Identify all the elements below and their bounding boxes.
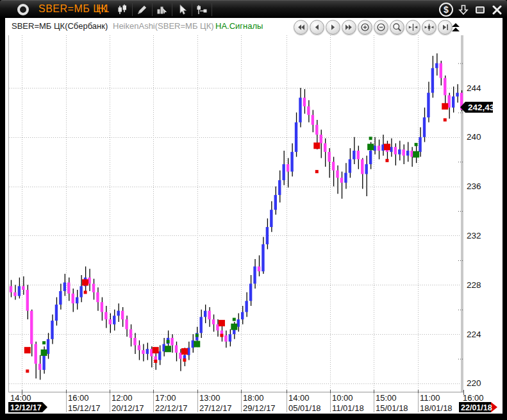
money-dollar-icon[interactable]: $ — [439, 3, 453, 17]
zoom-out-button[interactable] — [374, 20, 388, 35]
instrument-ring-icon — [17, 4, 29, 15]
scroll-fast-left-button[interactable] — [294, 20, 308, 35]
titlebar-controls: $ — [439, 1, 503, 19]
close-window-button[interactable] — [490, 3, 503, 17]
scroll-fast-left-icon — [296, 22, 306, 32]
toolbar-separator — [132, 3, 133, 16]
chart-window: SBER=МБ ЦК H1 $ SBER=МБ ЦК(Сбербанк) Hei… — [0, 0, 507, 420]
toolbar-separator — [192, 3, 192, 16]
zoom-out-icon — [376, 22, 386, 32]
compress-horizontal-button[interactable] — [406, 20, 420, 35]
scroll-right-button[interactable] — [326, 20, 340, 35]
scroll-fast-right-icon — [344, 22, 354, 32]
titlebar-toolbar — [114, 1, 213, 19]
fit-bars-icon — [424, 22, 434, 32]
series-label-main: SBER=МБ ЦК(Сбербанк) — [12, 21, 108, 31]
chart-nav-toolbar — [294, 20, 453, 35]
scroll-fast-right-button[interactable] — [342, 20, 356, 35]
fit-bars-button[interactable] — [422, 20, 436, 35]
scroll-left-icon — [312, 22, 322, 32]
cursor-tool-icon[interactable] — [174, 2, 190, 17]
restore-window-button[interactable] — [474, 3, 486, 17]
toolbar-separator — [152, 3, 153, 16]
zoom-in-icon — [360, 22, 370, 32]
chart-pointer-tool-icon[interactable] — [154, 2, 170, 17]
toolbar-separator — [212, 3, 212, 16]
scroll-left-button[interactable] — [310, 20, 324, 35]
zoom-region-icon — [392, 22, 402, 32]
download-arrow-icon[interactable] — [457, 3, 470, 17]
zoom-in-button[interactable] — [358, 20, 372, 35]
scroll-to-end-icon — [440, 22, 450, 32]
toolbar-separator — [172, 3, 172, 16]
titlebar-timeframe[interactable]: H1 — [96, 3, 109, 15]
series-label-signals: НА.Сигналы — [215, 21, 263, 31]
collapse-panel-button[interactable] — [451, 22, 461, 33]
draw-pencil-tool-icon[interactable] — [134, 2, 151, 17]
titlebar: SBER=МБ ЦК H1 $ — [0, 0, 507, 18]
levels-tool-icon[interactable] — [194, 2, 210, 17]
candlestick-chart-tool-icon[interactable] — [114, 2, 131, 17]
compress-horizontal-icon — [408, 22, 418, 32]
chart-panel — [5, 18, 503, 414]
series-label-indicator: HeikenAshi(SBER=МБ ЦК) — [113, 21, 214, 31]
scroll-right-icon — [328, 22, 338, 32]
zoom-region-button[interactable] — [390, 20, 404, 35]
